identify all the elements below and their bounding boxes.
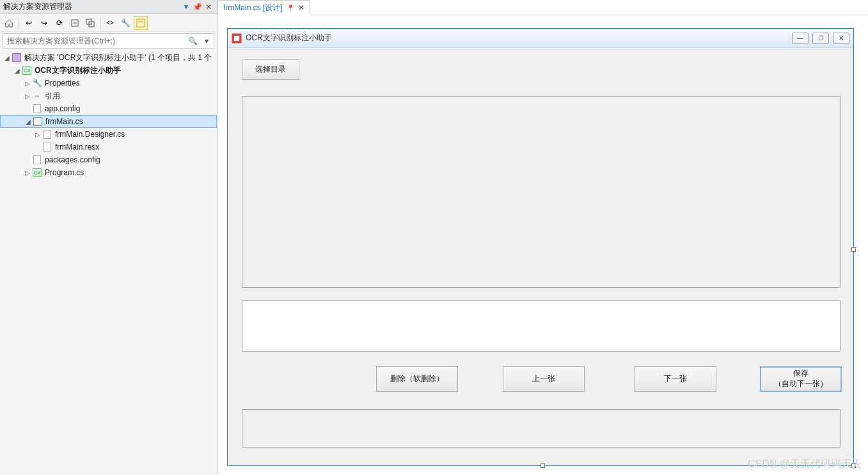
tree-appconfig[interactable]: app.config: [0, 102, 217, 115]
preview-panel[interactable]: [242, 96, 840, 288]
svg-rect-2: [86, 19, 91, 24]
expand-icon[interactable]: ▷: [23, 80, 32, 87]
tab-strip: frmMain.cs [设计] 📍 ✕: [217, 0, 868, 15]
references-icon: ▫▫: [32, 91, 42, 101]
collapse-button[interactable]: [68, 16, 82, 30]
search-icon[interactable]: 🔍: [185, 34, 200, 48]
panel-title: 解决方案资源管理器: [3, 1, 183, 12]
tab-pin-icon[interactable]: 📍: [287, 4, 294, 12]
tree-designer[interactable]: ▷ frmMain.Designer.cs: [0, 128, 217, 141]
status-panel[interactable]: [242, 409, 840, 448]
winform-designer[interactable]: OCR文字识别标注小助手 — ☐ ✕ 选择目录 删除（软删除） 上一张: [227, 28, 854, 466]
tree-packages[interactable]: packages.config: [0, 153, 217, 166]
home-button[interactable]: [2, 16, 16, 30]
view-code-button[interactable]: <>: [103, 16, 117, 30]
resize-handle-corner[interactable]: [851, 463, 856, 468]
expand-icon[interactable]: ◢: [13, 67, 22, 74]
form-body: 选择目录 删除（软删除） 上一张 下一张 保存（自动下一张）: [228, 48, 853, 465]
solution-explorer-panel: 解决方案资源管理器 ▼ 📌 ✕ ↩ ↪ ⟳ <> 🔧 🔍 ▾ ◢: [0, 0, 217, 475]
resize-handle-bottom[interactable]: [541, 463, 545, 468]
csfile-icon: C#: [32, 167, 42, 178]
form-title: OCR文字识别标注小助手: [246, 33, 792, 43]
prev-button[interactable]: 上一张: [503, 366, 585, 392]
form-app-icon: [232, 33, 242, 43]
expand-icon[interactable]: ▷: [23, 93, 32, 100]
delete-button[interactable]: 删除（软删除）: [376, 366, 458, 392]
file-icon: [42, 142, 52, 152]
window-buttons: — ☐ ✕: [792, 33, 849, 44]
toolbar-divider: [100, 17, 100, 29]
search-box[interactable]: 🔍 ▾: [3, 33, 214, 49]
tree-references[interactable]: ▷ ▫▫ 引用: [0, 90, 217, 102]
expand-icon[interactable]: ▷: [33, 131, 42, 138]
tab-frmmain-design[interactable]: frmMain.cs [设计] 📍 ✕: [217, 0, 310, 15]
svg-rect-0: [72, 20, 78, 26]
search-input[interactable]: [3, 36, 185, 45]
designer-area: frmMain.cs [设计] 📍 ✕ OCR文字识别标注小助手 — ☐ ✕ 选…: [217, 0, 868, 475]
pin-icon[interactable]: 📌: [192, 2, 202, 12]
back-button[interactable]: ↩: [22, 16, 36, 30]
design-canvas[interactable]: OCR文字识别标注小助手 — ☐ ✕ 选择目录 删除（软删除） 上一张: [217, 15, 868, 475]
properties-button[interactable]: 🔧: [118, 16, 132, 30]
config-icon: [32, 104, 42, 114]
tree-properties[interactable]: ▷ 🔧 Properties: [0, 77, 217, 90]
solution-tree: ◢ 解决方案 'OCR文字识别标注小助手' (1 个项目，共 1 个 ◢ C# …: [0, 50, 217, 475]
svg-rect-4: [137, 19, 145, 27]
minimize-button[interactable]: —: [792, 33, 809, 44]
expand-icon[interactable]: ◢: [24, 118, 33, 125]
svg-rect-3: [89, 22, 94, 27]
solution-toolbar: ↩ ↪ ⟳ <> 🔧: [0, 14, 217, 32]
close-button[interactable]: ✕: [833, 33, 849, 44]
tree-frmmain[interactable]: ◢ frmMain.cs: [0, 115, 217, 128]
panel-header: 解决方案资源管理器 ▼ 📌 ✕: [0, 0, 217, 14]
config-icon: [32, 155, 42, 165]
tree-project[interactable]: ◢ C# OCR文字识别标注小助手: [0, 64, 217, 77]
solution-icon: [12, 52, 22, 63]
svg-rect-7: [234, 36, 239, 41]
tree-solution[interactable]: ◢ 解决方案 'OCR文字识别标注小助手' (1 个项目，共 1 个: [0, 51, 217, 64]
select-dir-button[interactable]: 选择目录: [242, 59, 299, 80]
maximize-button[interactable]: ☐: [812, 33, 829, 44]
tree-resx[interactable]: frmMain.resx: [0, 141, 217, 153]
panel-options-icon[interactable]: ▼: [183, 3, 189, 10]
wrench-icon: 🔧: [32, 78, 42, 88]
resize-handle-right[interactable]: [851, 247, 856, 252]
form-titlebar: OCR文字识别标注小助手 — ☐ ✕: [228, 29, 853, 48]
showall-button[interactable]: [83, 16, 97, 30]
expand-icon[interactable]: ◢: [3, 54, 12, 61]
tree-program[interactable]: ▷ C# Program.cs: [0, 166, 217, 179]
expand-icon[interactable]: ▷: [23, 169, 32, 176]
toolbar-divider: [19, 17, 19, 29]
sync-button[interactable]: ⟳: [52, 16, 67, 30]
csproj-icon: C#: [22, 65, 32, 75]
forward-button[interactable]: ↪: [37, 16, 51, 30]
form-icon: [33, 116, 43, 127]
file-icon: [42, 129, 52, 139]
preview-button[interactable]: [134, 16, 148, 30]
next-button[interactable]: 下一张: [635, 366, 716, 392]
close-icon[interactable]: ✕: [203, 2, 214, 12]
text-input-box[interactable]: [242, 300, 840, 352]
tab-close-icon[interactable]: ✕: [298, 3, 304, 12]
save-button[interactable]: 保存（自动下一张）: [760, 366, 842, 392]
search-options-icon[interactable]: ▾: [200, 34, 214, 48]
